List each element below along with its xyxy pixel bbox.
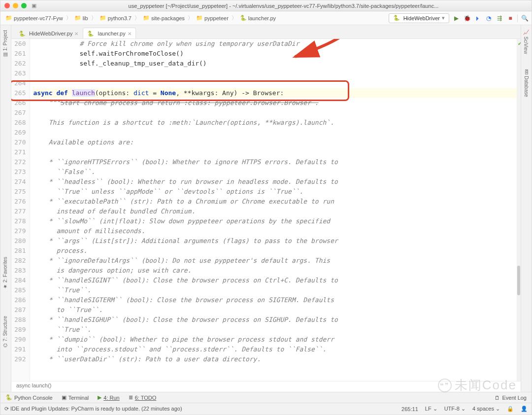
- line-number[interactable]: 260: [14, 39, 26, 49]
- breadcrumb-item[interactable]: 📁lib: [72, 15, 90, 22]
- breadcrumb-item[interactable]: 📁pyppeteer-vc77-Fyw: [3, 15, 65, 22]
- code-line[interactable]: [33, 147, 517, 157]
- breadcrumb-item[interactable]: 🐍launcher.py: [238, 15, 278, 22]
- line-number[interactable]: 280: [14, 236, 26, 246]
- event-log-button[interactable]: 🗒Event Log: [495, 395, 527, 401]
- code-line[interactable]: * ``ignoreHTTPSErrors`` (bool): Whether …: [33, 157, 517, 167]
- code-line[interactable]: * ``handleSIGINT`` (bool): Close the bro…: [33, 276, 517, 285]
- lock-icon[interactable]: 🔒: [507, 406, 514, 412]
- code-line[interactable]: [33, 128, 517, 138]
- line-number[interactable]: 277: [14, 207, 26, 216]
- line-number[interactable]: 264: [14, 78, 26, 88]
- line-number[interactable]: 284: [14, 276, 26, 285]
- indent-indicator[interactable]: 4 spaces ⌄: [472, 406, 500, 412]
- code-line[interactable]: # Force kill chrome only when using temp…: [33, 39, 517, 49]
- line-number[interactable]: 292: [14, 354, 26, 364]
- line-number[interactable]: 268: [14, 118, 26, 128]
- breadcrumb-item[interactable]: 📁site-packages: [141, 15, 187, 22]
- line-number[interactable]: 278: [14, 216, 26, 226]
- line-number[interactable]: 272: [14, 157, 26, 167]
- code-line[interactable]: * ``handleSIGHUP`` (bool): Close the bro…: [33, 315, 517, 325]
- code-line[interactable]: """Start chrome process and return :clas…: [33, 98, 517, 108]
- line-number[interactable]: 291: [14, 345, 26, 354]
- profile-icon[interactable]: ◔: [485, 14, 493, 22]
- scrollbar-thumb[interactable]: [517, 266, 520, 295]
- code-line[interactable]: instead of default bundled Chromium.: [33, 207, 517, 216]
- line-number[interactable]: 290: [14, 335, 26, 345]
- code-line[interactable]: amount of milliseconds.: [33, 226, 517, 236]
- line-number[interactable]: 282: [14, 256, 26, 266]
- structure-tool-button[interactable]: ⌬7: Structure: [2, 316, 8, 347]
- code-line[interactable]: * ``handleSIGTERM`` (bool): Close the br…: [33, 295, 517, 305]
- code-line[interactable]: self.waitForChromeToClose(): [33, 49, 517, 59]
- line-number[interactable]: 276: [14, 197, 26, 207]
- code-line[interactable]: * ``executablePath`` (str): Path to a Ch…: [33, 197, 517, 207]
- coverage-icon[interactable]: ⏵: [474, 14, 482, 22]
- project-tool-button[interactable]: ▤1: Project: [2, 30, 8, 58]
- code-line[interactable]: into ``process.stdout`` and ``process.st…: [33, 345, 517, 354]
- code-line[interactable]: ``False``.: [33, 167, 517, 177]
- close-icon[interactable]: ✕: [74, 31, 78, 36]
- zoom-window-icon[interactable]: [21, 3, 27, 8]
- search-icon[interactable]: 🔍: [521, 14, 529, 22]
- code-line[interactable]: ``True``.: [33, 325, 517, 335]
- breadcrumb-item[interactable]: 📁pyppeteer: [194, 15, 231, 22]
- code-line[interactable]: [33, 78, 517, 88]
- code-line[interactable]: * ``userDataDir`` (str): Path to a user …: [33, 354, 517, 364]
- code-editor[interactable]: # Force kill chrome only when using temp…: [30, 39, 517, 381]
- marker-bar[interactable]: ✔: [517, 39, 521, 381]
- inspector-icon[interactable]: 👤: [521, 406, 528, 412]
- minimize-window-icon[interactable]: [13, 3, 18, 8]
- code-line[interactable]: async def launch(options: dict = None, *…: [33, 88, 517, 98]
- line-number[interactable]: 281: [14, 246, 26, 256]
- code-line[interactable]: * ``slowMo`` (int|float): Slow down pypp…: [33, 216, 517, 226]
- line-number[interactable]: 285: [14, 285, 26, 295]
- run-tool-button[interactable]: ▶4: Run: [98, 394, 119, 401]
- line-number[interactable]: 261: [14, 49, 26, 59]
- editor-tab[interactable]: 🐍launcher.py✕: [83, 28, 135, 38]
- sciview-tool-button[interactable]: 📈SciView: [523, 29, 529, 54]
- code-line[interactable]: * ``ignoreDefaultArgs`` (bool): Do not u…: [33, 256, 517, 266]
- line-number[interactable]: 289: [14, 325, 26, 335]
- concurrency-icon[interactable]: ⇶: [496, 14, 503, 22]
- caret-position[interactable]: 265:11: [401, 406, 418, 412]
- stop-icon[interactable]: ■: [506, 14, 514, 22]
- line-number[interactable]: 262: [14, 59, 26, 69]
- code-line[interactable]: * ``headless`` (bool): Whether to run br…: [33, 177, 517, 187]
- editor-tab[interactable]: 🐍HideWebDriver.py✕: [14, 28, 83, 38]
- line-number[interactable]: 270: [14, 138, 26, 147]
- code-line[interactable]: [33, 108, 517, 118]
- code-line[interactable]: is dangerous option; use with care.: [33, 266, 517, 276]
- line-number[interactable]: 279: [14, 226, 26, 236]
- todo-button[interactable]: ≣6: TODO: [129, 394, 157, 401]
- line-number[interactable]: 283: [14, 266, 26, 276]
- python-console-button[interactable]: 🐍Python Console: [5, 394, 53, 401]
- line-separator[interactable]: LF ⌄: [425, 406, 437, 412]
- code-line[interactable]: * ``args`` (List[str]): Additional argum…: [33, 236, 517, 246]
- code-line[interactable]: This function is a shortcut to :meth:`La…: [33, 118, 517, 128]
- line-number[interactable]: 266: [14, 98, 26, 108]
- code-line[interactable]: process.: [33, 246, 517, 256]
- terminal-button[interactable]: ▣Terminal: [62, 394, 89, 401]
- code-line[interactable]: ``True`` unless ``appMode`` or ``devtool…: [33, 187, 517, 197]
- line-number[interactable]: 274: [14, 177, 26, 187]
- code-line[interactable]: Available options are:: [33, 138, 517, 147]
- code-line[interactable]: * ``dumpio`` (bool): Whether to pipe the…: [33, 335, 517, 345]
- code-line[interactable]: to ``True``.: [33, 305, 517, 315]
- line-number[interactable]: 267: [14, 108, 26, 118]
- encoding[interactable]: UTF-8 ⌄: [444, 406, 466, 412]
- close-window-icon[interactable]: [4, 3, 10, 8]
- breadcrumb-item[interactable]: 📁python3.7: [98, 15, 133, 22]
- line-number[interactable]: 269: [14, 128, 26, 138]
- line-number[interactable]: 287: [14, 305, 26, 315]
- line-number[interactable]: 275: [14, 187, 26, 197]
- line-number[interactable]: 286: [14, 295, 26, 305]
- database-tool-button[interactable]: 🗄Database: [523, 69, 529, 97]
- line-number[interactable]: 265: [14, 88, 26, 98]
- line-number[interactable]: 271: [14, 147, 26, 157]
- line-number[interactable]: 273: [14, 167, 26, 177]
- code-line[interactable]: ``True``.: [33, 285, 517, 295]
- line-number[interactable]: 263: [14, 69, 26, 78]
- favorites-tool-button[interactable]: ★2: Favorites: [2, 257, 8, 289]
- code-line[interactable]: self._cleanup_tmp_user_data_dir(): [33, 59, 517, 69]
